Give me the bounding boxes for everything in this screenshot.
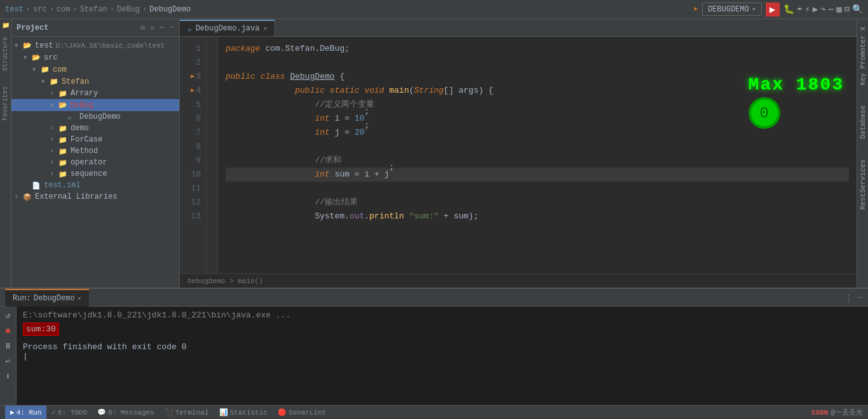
run-status-icon: ▶ bbox=[10, 408, 15, 416]
code-line-10: int sum = i + j; bbox=[226, 168, 849, 182]
profile-icon[interactable]: ⚡ bbox=[804, 4, 810, 15]
tab-debugdemo[interactable]: ☕ DebugDemo.java ✕ bbox=[180, 20, 275, 36]
run-config[interactable]: DEBUGDEMO ▾ bbox=[702, 3, 762, 16]
step-over-icon[interactable]: ↷ bbox=[820, 4, 825, 15]
terminal-label: Terminal bbox=[175, 409, 209, 416]
breadcrumb-debugdemo[interactable]: DebugDemo bbox=[149, 5, 191, 14]
demo-folder-icon: 📁 bbox=[58, 124, 69, 133]
code-line-12: //输出结果 bbox=[226, 196, 849, 210]
search-icon[interactable]: 🔍 bbox=[852, 4, 863, 15]
project-tree: ▾ 📂 test D:\JAVA_SE\basic_code\test ▾ 📂 … bbox=[11, 37, 179, 288]
project-title: Project bbox=[17, 23, 48, 32]
collapse-icon[interactable]: — bbox=[170, 23, 174, 32]
arrary-folder-icon: 📁 bbox=[58, 90, 69, 98]
run2-icon[interactable]: ▶ bbox=[813, 4, 818, 15]
tree-item-arrary[interactable]: › 📁 Arrary bbox=[11, 88, 179, 99]
scroll-button[interactable]: ⬇ bbox=[2, 370, 15, 383]
sidebar-rest-services[interactable]: RestServices bbox=[859, 154, 867, 215]
bottom-panel: Run: DebugDemo ✕ ⋮ — ↺ ■ ⏸ ↩ ⬇ E:\softwa… bbox=[0, 288, 868, 405]
method-folder-icon: 📁 bbox=[58, 147, 69, 156]
editor-area: ☕ DebugDemo.java ✕ 1 2 ▶3 ▶4 5 6 7 8 9 1… bbox=[180, 19, 857, 288]
tree-item-src[interactable]: ▾ 📂 src bbox=[11, 51, 179, 63]
split-icon[interactable]: ⊟ bbox=[844, 4, 850, 15]
settings-icon[interactable]: ⚙ bbox=[140, 23, 145, 32]
tree-item-ext-libs[interactable]: › 📦 External Libraries bbox=[11, 191, 179, 203]
more-project-icon[interactable]: ⋯ bbox=[160, 23, 165, 32]
tree-item-demo[interactable]: › 📁 demo bbox=[11, 123, 179, 134]
line-numbers: 1 2 ▶3 ▶4 5 6 7 8 9 10 11 12 13 bbox=[180, 37, 207, 274]
stefan-folder-icon: 📁 bbox=[50, 77, 60, 86]
breadcrumb-src[interactable]: src bbox=[33, 5, 47, 14]
code-line-7: int j = 20; bbox=[226, 126, 849, 140]
run-button[interactable]: ▶ bbox=[766, 3, 780, 17]
tree-item-method[interactable]: › 📁 Method bbox=[11, 145, 179, 157]
run-output[interactable]: E:\software\jdk1.8.0_221\jdk1.8.0_221\bi… bbox=[17, 307, 868, 405]
debug-icon[interactable]: 🐛 bbox=[783, 4, 794, 15]
code-line-6: int i = 10; bbox=[226, 112, 849, 126]
tree-item-com[interactable]: ▾ 📁 com bbox=[11, 63, 179, 76]
tree-item-sequence[interactable]: › 📁 sequence bbox=[11, 168, 179, 180]
result-line: sum:30 bbox=[23, 323, 59, 336]
run-status-label: 4: Run bbox=[17, 409, 42, 416]
result-container: sum:30 bbox=[23, 323, 862, 338]
tree-item-test[interactable]: ▾ 📂 test D:\JAVA_SE\basic_code\test bbox=[11, 39, 179, 51]
breadcrumb-com[interactable]: com bbox=[57, 5, 71, 14]
tree-item-iml[interactable]: 📄 test.iml bbox=[11, 180, 179, 191]
debug-folder-icon: 📂 bbox=[58, 101, 69, 109]
sidebar-key-promoter[interactable]: Key Promoter X bbox=[859, 22, 867, 90]
status-run[interactable]: ▶ 4: Run bbox=[5, 406, 46, 420]
tab-java-icon: ☕ bbox=[187, 25, 192, 33]
status-todo[interactable]: ✓ 6: TODO bbox=[46, 406, 92, 420]
code-line-4: public static void main(String[] args) { bbox=[226, 84, 849, 98]
code-content[interactable]: package com.Stefan.DeBug; public class D… bbox=[218, 37, 857, 274]
grid-icon[interactable]: ▦ bbox=[836, 4, 841, 15]
tree-item-debug[interactable]: ▾ 📂 DeBug bbox=[11, 99, 179, 111]
breadcrumb-label: DebugDemo > main() bbox=[187, 277, 263, 285]
dropdown-icon[interactable]: ▾ bbox=[752, 4, 756, 14]
tree-label-ext-libs: External Libraries bbox=[35, 192, 118, 201]
sonarlint-label: SonarLint bbox=[288, 409, 326, 416]
top-bar: test › src › com › Stefan › DeBug › Debu… bbox=[0, 0, 868, 19]
code-editor[interactable]: 1 2 ▶3 ▶4 5 6 7 8 9 10 11 12 13 package … bbox=[180, 37, 857, 274]
tree-item-operator[interactable]: › 📁 operator bbox=[11, 157, 179, 168]
project-icon[interactable]: 📁 bbox=[2, 22, 10, 29]
sonarlint-icon: 🔴 bbox=[278, 408, 287, 416]
tab-label: DebugDemo.java bbox=[196, 24, 260, 33]
coverage-icon[interactable]: ☂ bbox=[797, 4, 802, 15]
status-terminal[interactable]: ⬛ Terminal bbox=[159, 406, 214, 420]
panel-minimize-icon[interactable]: — bbox=[858, 293, 863, 303]
favorites-label[interactable]: Favorites bbox=[2, 86, 9, 121]
tab-close-icon[interactable]: ✕ bbox=[263, 25, 267, 32]
statistic-label: Statistic bbox=[230, 409, 268, 416]
panel-more-icon[interactable]: ⋮ bbox=[844, 293, 853, 303]
tree-label-com: com bbox=[53, 65, 67, 74]
tree-item-debugdemo[interactable]: ☕ DebugDemo bbox=[11, 111, 179, 123]
status-sonarlint[interactable]: 🔴 SonarLint bbox=[273, 406, 331, 420]
status-statistic[interactable]: 📊 Statistic bbox=[214, 406, 273, 420]
breadcrumb-test[interactable]: test bbox=[5, 5, 24, 14]
project-panel-header: Project ⚙ ✕ ⋯ — bbox=[11, 19, 179, 37]
code-line-8 bbox=[226, 140, 849, 154]
structure-label[interactable]: Structure bbox=[2, 37, 9, 71]
stop-button[interactable]: ■ bbox=[2, 324, 15, 337]
terminal-icon: ⬛ bbox=[165, 408, 173, 416]
editor-breadcrumb: DebugDemo > main() bbox=[180, 274, 857, 288]
tree-item-stefan[interactable]: ▾ 📁 Stefan bbox=[11, 76, 179, 88]
sidebar-database[interactable]: Database bbox=[859, 100, 867, 144]
breadcrumb-stefan[interactable]: Stefan bbox=[80, 5, 107, 14]
status-messages[interactable]: 💬 0: Messages bbox=[92, 406, 159, 420]
more-icon[interactable]: ⋯ bbox=[829, 4, 834, 15]
sequence-folder-icon: 📁 bbox=[58, 170, 69, 178]
csdn-label: CSDN bbox=[811, 409, 828, 416]
bottom-tabs: Run: DebugDemo ✕ ⋮ — bbox=[0, 289, 868, 307]
run-config-label: DEBUGDEMO bbox=[708, 5, 749, 14]
run-tab[interactable]: Run: DebugDemo ✕ bbox=[5, 289, 89, 307]
wrap-button[interactable]: ↩ bbox=[2, 355, 15, 368]
breadcrumb-debug[interactable]: DeBug bbox=[117, 5, 140, 14]
rerun-button[interactable]: ↺ bbox=[2, 309, 15, 322]
run-tab-close[interactable]: ✕ bbox=[78, 295, 81, 302]
close-project-icon[interactable]: ✕ bbox=[150, 23, 154, 32]
tree-item-forcase[interactable]: › 📁 ForCase bbox=[11, 134, 179, 145]
suspend-button[interactable]: ⏸ bbox=[2, 340, 15, 352]
run-toolbar: ↺ ■ ⏸ ↩ ⬇ bbox=[0, 307, 17, 405]
